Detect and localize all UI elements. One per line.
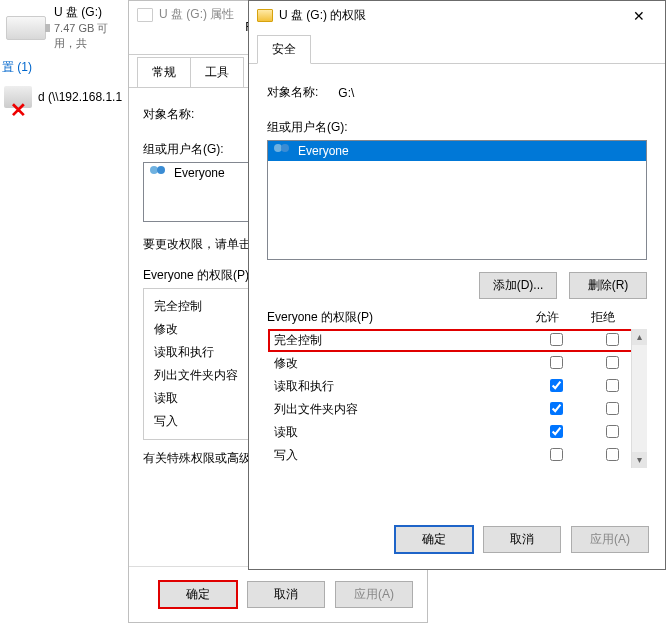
permission-label: 读取 xyxy=(274,424,528,441)
permission-row: 修改 xyxy=(268,352,646,375)
explorer-panel: U 盘 (G:) 7.47 GB 可用，共 置 (1) ✕ d (\\192.1… xyxy=(0,0,130,623)
permissions-tabs: 安全 xyxy=(249,30,665,64)
allow-checkbox[interactable] xyxy=(550,379,563,392)
column-deny: 拒绝 xyxy=(575,309,631,326)
allow-checkbox[interactable] xyxy=(550,448,563,461)
permission-row: 写入 xyxy=(268,444,646,467)
permission-label: 读取和执行 xyxy=(274,378,528,395)
allow-checkbox[interactable] xyxy=(550,425,563,438)
allow-checkbox[interactable] xyxy=(550,356,563,369)
scroll-up-icon[interactable]: ▴ xyxy=(632,329,647,345)
scroll-down-icon[interactable]: ▾ xyxy=(632,452,647,468)
deny-checkbox[interactable] xyxy=(606,333,619,346)
group-icon xyxy=(150,166,168,180)
deny-checkbox[interactable] xyxy=(606,448,619,461)
permission-label: 完全控制 xyxy=(274,332,528,349)
scrollbar[interactable]: ▴ ▾ xyxy=(631,329,647,468)
deny-checkbox[interactable] xyxy=(606,402,619,415)
remove-button[interactable]: 删除(R) xyxy=(569,272,647,299)
location-group-link[interactable]: 置 (1) xyxy=(0,55,130,80)
add-button[interactable]: 添加(D)... xyxy=(479,272,557,299)
drive-row[interactable]: U 盘 (G:) 7.47 GB 可用，共 xyxy=(0,0,130,55)
group-users-label: 组或用户名(G): xyxy=(267,119,647,136)
apply-button[interactable]: 应用(A) xyxy=(335,581,413,608)
group-users-listbox[interactable]: Everyone xyxy=(267,140,647,260)
cancel-button[interactable]: 取消 xyxy=(483,526,561,553)
permission-row: 列出文件夹内容 xyxy=(268,398,646,421)
disconnected-icon: ✕ xyxy=(10,98,27,122)
properties-button-row: 确定 取消 应用(A) xyxy=(129,566,427,622)
close-button[interactable]: ✕ xyxy=(621,8,657,24)
object-name-label: 对象名称: xyxy=(267,84,318,101)
ok-button[interactable]: 确定 xyxy=(159,581,237,608)
permissions-table: Everyone 的权限(P) 允许 拒绝 完全控制修改读取和执行列出文件夹内容… xyxy=(267,309,647,468)
object-name-value: G:\ xyxy=(338,86,354,100)
drive-free-text: 7.47 GB 可用，共 xyxy=(54,21,124,51)
list-item-label: Everyone xyxy=(298,144,349,158)
cancel-button[interactable]: 取消 xyxy=(247,581,325,608)
list-item-label: Everyone xyxy=(174,166,225,180)
folder-icon xyxy=(257,9,273,22)
permissions-titlebar: U 盘 (G:) 的权限 ✕ xyxy=(249,1,665,30)
allow-checkbox[interactable] xyxy=(550,333,563,346)
tab-general[interactable]: 常规 xyxy=(137,57,191,87)
deny-checkbox[interactable] xyxy=(606,379,619,392)
permission-row: 读取和执行 xyxy=(268,375,646,398)
permission-row: 完全控制 xyxy=(268,329,646,352)
column-allow: 允许 xyxy=(519,309,575,326)
network-drive-label: d (\\192.168.1.1 xyxy=(38,90,122,104)
deny-checkbox[interactable] xyxy=(606,356,619,369)
drive-label: U 盘 (G:) xyxy=(54,4,124,21)
permissions-button-row: 确定 取消 应用(A) xyxy=(249,510,665,569)
tab-tools[interactable]: 工具 xyxy=(190,57,244,87)
tab-security[interactable]: 安全 xyxy=(257,35,311,64)
apply-button[interactable]: 应用(A) xyxy=(571,526,649,553)
permissions-title: U 盘 (G:) 的权限 xyxy=(279,7,621,24)
ok-button[interactable]: 确定 xyxy=(395,526,473,553)
group-icon xyxy=(274,144,292,158)
permission-label: 写入 xyxy=(274,447,528,464)
list-item[interactable]: Everyone xyxy=(268,141,646,161)
object-name-label: 对象名称: xyxy=(143,106,194,123)
deny-checkbox[interactable] xyxy=(606,425,619,438)
permissions-dialog: U 盘 (G:) 的权限 ✕ 安全 对象名称: G:\ 组或用户名(G): Ev… xyxy=(248,0,666,570)
permission-row: 读取 xyxy=(268,421,646,444)
permission-label: 列出文件夹内容 xyxy=(274,401,528,418)
allow-checkbox[interactable] xyxy=(550,402,563,415)
network-drive-row[interactable]: ✕ d (\\192.168.1.1 xyxy=(0,80,130,114)
usb-drive-icon xyxy=(6,16,46,40)
permissions-header: Everyone 的权限(P) xyxy=(267,309,519,326)
permission-label: 修改 xyxy=(274,355,528,372)
